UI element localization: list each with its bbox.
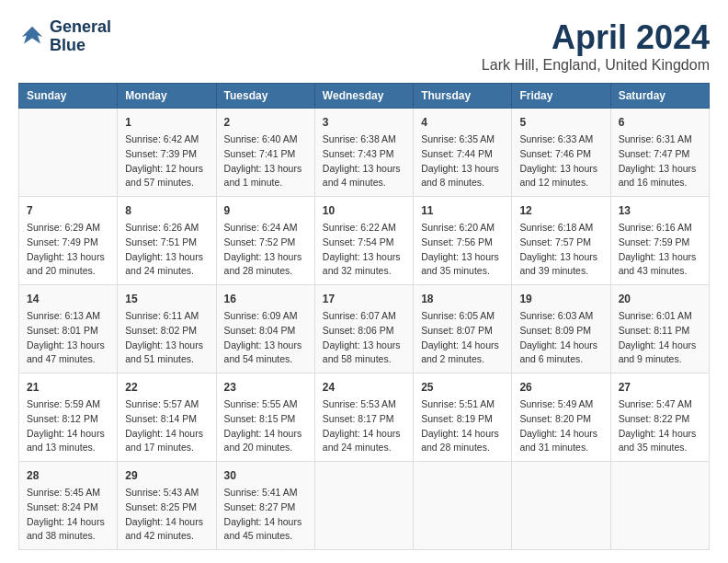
day-info: Sunset: 8:07 PM	[421, 324, 504, 339]
day-info: and 58 minutes.	[323, 352, 405, 367]
day-info: Daylight: 13 hours	[619, 250, 701, 265]
day-info: Sunset: 7:56 PM	[421, 236, 504, 250]
calendar-cell-27: 27Sunrise: 5:47 AMSunset: 8:22 PMDayligh…	[610, 373, 709, 462]
day-info: Sunset: 8:02 PM	[125, 324, 208, 339]
day-info: Daylight: 13 hours	[519, 250, 602, 265]
day-info: Sunrise: 6:20 AM	[421, 221, 504, 236]
calendar-cell-19: 19Sunrise: 6:03 AMSunset: 8:09 PMDayligh…	[512, 285, 610, 373]
calendar-cell-34	[610, 462, 709, 550]
calendar-header-row: SundayMondayTuesdayWednesdayThursdayFrid…	[19, 84, 710, 109]
calendar-cell-2: 2Sunrise: 6:40 AMSunset: 7:41 PMDaylight…	[216, 109, 314, 197]
day-info: and 20 minutes.	[224, 441, 307, 455]
day-info: Daylight: 13 hours	[125, 250, 208, 265]
calendar-cell-22: 22Sunrise: 5:57 AMSunset: 8:14 PMDayligh…	[118, 373, 216, 462]
day-info: and 16 minutes.	[619, 176, 701, 190]
day-info: Daylight: 14 hours	[27, 515, 109, 530]
calendar-cell-16: 16Sunrise: 6:09 AMSunset: 8:04 PMDayligh…	[216, 285, 314, 373]
calendar-cell-17: 17Sunrise: 6:07 AMSunset: 8:06 PMDayligh…	[314, 285, 413, 373]
day-info: Daylight: 13 hours	[323, 250, 405, 265]
day-info: and 13 minutes.	[27, 441, 109, 455]
calendar-header-sunday: Sunday	[19, 84, 118, 109]
day-info: Daylight: 13 hours	[323, 162, 405, 177]
day-info: Sunrise: 6:26 AM	[125, 221, 208, 236]
day-info: Sunset: 8:06 PM	[323, 324, 405, 339]
day-info: Sunset: 8:24 PM	[27, 500, 109, 515]
day-info: Sunrise: 6:38 AM	[323, 132, 405, 147]
day-number: 8	[125, 202, 208, 219]
day-number: 4	[421, 114, 504, 131]
day-info: Daylight: 13 hours	[224, 162, 307, 177]
week-row-3: 14Sunrise: 6:13 AMSunset: 8:01 PMDayligh…	[19, 285, 710, 373]
day-info: Daylight: 13 hours	[27, 250, 109, 265]
day-info: Sunset: 8:15 PM	[224, 412, 307, 427]
day-info: Sunset: 8:20 PM	[519, 412, 602, 427]
calendar-cell-15: 15Sunrise: 6:11 AMSunset: 8:02 PMDayligh…	[118, 285, 216, 373]
day-info: and 35 minutes.	[619, 441, 701, 455]
day-info: and 2 minutes.	[421, 352, 504, 367]
calendar-cell-7: 7Sunrise: 6:29 AMSunset: 7:49 PMDaylight…	[19, 197, 118, 285]
day-number: 30	[224, 467, 307, 484]
week-row-2: 7Sunrise: 6:29 AMSunset: 7:49 PMDaylight…	[19, 197, 710, 285]
day-number: 18	[421, 291, 504, 307]
day-number: 29	[125, 467, 208, 484]
day-info: Sunset: 8:14 PM	[125, 412, 208, 427]
day-info: Sunrise: 5:53 AM	[323, 397, 405, 412]
title-area: April 2024 Lark Hill, England, United Ki…	[482, 18, 710, 74]
day-info: Sunset: 7:54 PM	[323, 236, 405, 250]
day-info: Sunrise: 6:16 AM	[619, 221, 701, 236]
day-info: and 32 minutes.	[323, 264, 405, 279]
day-number: 9	[224, 202, 307, 219]
calendar-cell-5: 5Sunrise: 6:33 AMSunset: 7:46 PMDaylight…	[512, 109, 610, 197]
calendar-cell-23: 23Sunrise: 5:55 AMSunset: 8:15 PMDayligh…	[216, 373, 314, 462]
day-info: Sunrise: 5:57 AM	[125, 397, 208, 412]
calendar-cell-4: 4Sunrise: 6:35 AMSunset: 7:44 PMDaylight…	[414, 109, 512, 197]
calendar-cell-21: 21Sunrise: 5:59 AMSunset: 8:12 PMDayligh…	[19, 373, 118, 462]
day-number: 28	[27, 467, 109, 484]
day-info: Sunrise: 5:49 AM	[519, 397, 602, 412]
day-number: 3	[323, 114, 405, 131]
day-info: Sunset: 7:59 PM	[619, 236, 701, 250]
calendar-cell-32	[414, 462, 512, 550]
day-info: Sunrise: 5:59 AM	[27, 397, 109, 412]
day-info: Sunrise: 6:31 AM	[619, 132, 701, 147]
day-info: Sunset: 8:12 PM	[27, 412, 109, 427]
calendar-table: SundayMondayTuesdayWednesdayThursdayFrid…	[18, 83, 710, 550]
day-info: Sunset: 8:04 PM	[224, 324, 307, 339]
day-number: 1	[125, 114, 208, 131]
day-number: 5	[519, 114, 602, 131]
calendar-cell-8: 8Sunrise: 6:26 AMSunset: 7:51 PMDaylight…	[118, 197, 216, 285]
calendar-header-saturday: Saturday	[610, 84, 709, 109]
day-number: 10	[323, 202, 405, 219]
calendar-cell-6: 6Sunrise: 6:31 AMSunset: 7:47 PMDaylight…	[610, 109, 709, 197]
week-row-5: 28Sunrise: 5:45 AMSunset: 8:24 PMDayligh…	[19, 462, 710, 550]
day-info: Sunrise: 6:24 AM	[224, 221, 307, 236]
day-info: Sunset: 7:41 PM	[224, 147, 307, 162]
day-info: and 24 minutes.	[323, 441, 405, 455]
day-info: Daylight: 13 hours	[224, 250, 307, 265]
day-info: Daylight: 14 hours	[519, 339, 602, 353]
day-info: and 38 minutes.	[27, 529, 109, 544]
calendar-cell-0	[19, 109, 118, 197]
calendar-cell-18: 18Sunrise: 6:05 AMSunset: 8:07 PMDayligh…	[414, 285, 512, 373]
day-number: 12	[519, 202, 602, 219]
day-info: Sunrise: 6:18 AM	[519, 221, 602, 236]
day-number: 6	[619, 114, 701, 131]
calendar-cell-13: 13Sunrise: 6:16 AMSunset: 7:59 PMDayligh…	[610, 197, 709, 285]
day-info: Daylight: 14 hours	[27, 427, 109, 442]
day-number: 27	[619, 379, 701, 396]
day-info: Daylight: 14 hours	[323, 427, 405, 442]
day-info: Sunset: 8:25 PM	[125, 500, 208, 515]
calendar-cell-10: 10Sunrise: 6:22 AMSunset: 7:54 PMDayligh…	[314, 197, 413, 285]
header: General Blue April 2024 Lark Hill, Engla…	[18, 18, 710, 74]
logo: General Blue	[18, 18, 111, 55]
day-info: Daylight: 14 hours	[224, 515, 307, 530]
day-info: Daylight: 14 hours	[519, 427, 602, 442]
day-info: and 28 minutes.	[224, 264, 307, 279]
day-info: Sunrise: 6:09 AM	[224, 309, 307, 324]
day-info: and 57 minutes.	[125, 176, 208, 190]
main-title: April 2024	[482, 18, 710, 57]
day-info: Daylight: 12 hours	[125, 162, 208, 177]
day-info: Sunrise: 5:47 AM	[619, 397, 701, 412]
calendar-cell-33	[512, 462, 610, 550]
subtitle: Lark Hill, England, United Kingdom	[482, 57, 710, 74]
